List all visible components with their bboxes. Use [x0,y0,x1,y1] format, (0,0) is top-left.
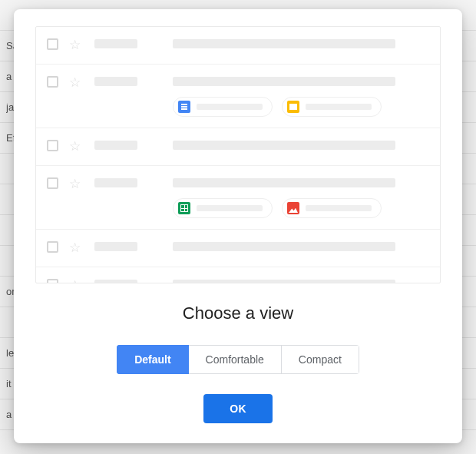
ok-button[interactable]: OK [203,394,273,423]
slides-icon [287,101,299,113]
checkbox-icon [47,279,58,283]
checkbox-icon [47,241,58,253]
attachment-chip [282,97,382,117]
star-icon: ☆ [69,240,81,256]
subject-placeholder [173,77,395,86]
attachment-chip [173,198,273,218]
sender-placeholder [94,280,137,283]
preview-row: ☆ [36,166,440,230]
attachment-chip [173,97,273,117]
preview-row: ☆ [36,230,440,267]
sender-placeholder [94,39,137,48]
preview-row: ☆ [36,27,440,65]
view-option-default[interactable]: Default [117,345,188,374]
image-icon [287,202,299,214]
sender-placeholder [94,141,137,150]
subject-placeholder [173,39,395,48]
preview-row: ☆ [36,267,440,283]
star-icon: ☆ [69,75,81,91]
star-icon: ☆ [69,37,81,53]
sheets-icon [178,202,190,214]
sender-placeholder [94,242,137,251]
subject-placeholder [173,178,395,187]
view-options-group: DefaultComfortableCompact [117,345,359,374]
sender-placeholder [94,178,137,187]
checkbox-icon [47,140,58,151]
star-icon: ☆ [69,138,81,154]
subject-placeholder [173,141,395,150]
preview-row: ☆ [36,65,440,128]
view-option-compact[interactable]: Compact [282,345,359,374]
checkbox-icon [47,38,58,50]
docs-icon [178,101,190,113]
attachment-chip [282,198,382,218]
checkbox-icon [47,177,58,189]
subject-placeholder [173,242,395,251]
sender-placeholder [94,77,137,86]
star-icon: ☆ [69,176,81,192]
view-options: DefaultComfortableCompact [14,345,462,374]
view-option-comfortable[interactable]: Comfortable [189,345,282,374]
subject-placeholder [173,280,395,283]
choose-view-dialog: ☆☆☆☆☆☆ Choose a view DefaultComfortableC… [14,9,462,443]
checkbox-icon [47,76,58,88]
dialog-title: Choose a view [14,303,462,323]
star-icon: ☆ [69,277,81,283]
preview-row: ☆ [36,128,440,166]
density-preview: ☆☆☆☆☆☆ [35,26,441,283]
